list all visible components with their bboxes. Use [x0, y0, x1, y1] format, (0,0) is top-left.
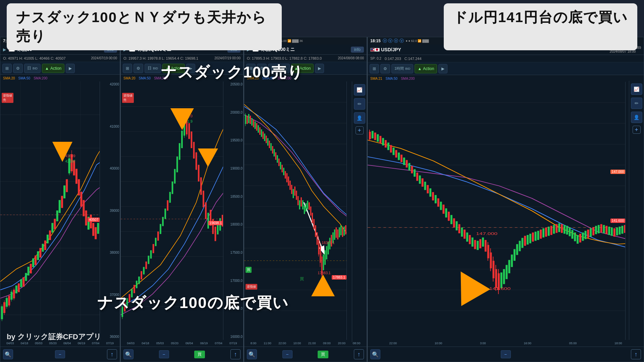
svg-rect-27 — [23, 277, 24, 286]
svg-rect-42 — [59, 200, 60, 213]
bottom-controls-3: 🔍 − 買 ↑ — [244, 347, 367, 362]
share-btn-1[interactable]: ↑ — [107, 349, 117, 359]
add-btn-3[interactable]: + — [356, 126, 364, 134]
svg-rect-308 — [524, 236, 526, 246]
chart-canvas-4[interactable]: 147.000 141.600 154.000 153.000 152.000 … — [368, 82, 644, 340]
svg-rect-153 — [250, 116, 251, 124]
action-btn-2[interactable]: ▲ Action — [162, 64, 185, 73]
svg-rect-325 — [569, 228, 571, 236]
svg-rect-313 — [537, 231, 539, 240]
svg-rect-171 — [278, 159, 280, 166]
svg-rect-33 — [37, 251, 39, 260]
svg-rect-181 — [294, 186, 296, 195]
price-axis-1: 42000 41000 40000 39000 38000 37000 3600… — [100, 81, 120, 340]
price-42000: 42000 — [101, 83, 119, 86]
svg-text:147.000: 147.000 — [476, 232, 497, 236]
zoom-btn-4[interactable]: 🔍 — [370, 349, 380, 359]
svg-rect-54 — [83, 200, 85, 216]
date-2: 2024/07/19 00:00 — [214, 56, 240, 60]
share-btn-2[interactable]: ↑ — [230, 349, 240, 359]
toolbar-1: ⊞ ⚙ 日BID ▲ Action ▶ — [0, 62, 120, 75]
svg-rect-185 — [301, 197, 302, 206]
arrow-btn-3[interactable]: ▶ — [315, 64, 324, 73]
svg-rect-43 — [61, 196, 63, 208]
reverse-label-1: 逆指値売 — [2, 93, 13, 103]
svg-rect-172 — [280, 162, 281, 169]
buy-btn-3[interactable]: 買 — [318, 351, 328, 358]
grid-btn-4[interactable]: ⊞ — [370, 64, 379, 73]
svg-text:17883.1: 17883.1 — [318, 270, 331, 275]
minus-btn-1[interactable]: − — [55, 350, 65, 358]
svg-text:141.600: 141.600 — [489, 287, 511, 291]
timeframe-btn-3[interactable]: 1時間BID — [268, 64, 290, 73]
chart-type-btn-4[interactable]: 📈 — [631, 83, 642, 95]
svg-rect-202 — [323, 254, 324, 270]
timeframe-btn-4[interactable]: 1時間BID — [391, 64, 413, 73]
sma21-4: SMA:21 — [370, 77, 382, 80]
svg-rect-285 — [477, 241, 479, 250]
grid-btn-1[interactable]: ⊞ — [2, 64, 12, 73]
arrow-btn-1[interactable]: ▶ — [66, 64, 75, 73]
zoom-btn-2[interactable]: 🔍 — [123, 349, 133, 359]
svg-rect-342 — [613, 228, 615, 237]
grid-btn-2[interactable]: ⊞ — [123, 64, 132, 73]
share-btn-3[interactable]: ↑ — [354, 349, 364, 359]
svg-text:18378.1: 18378.1 — [322, 241, 335, 245]
timeframe-btn-2[interactable]: 日BID — [145, 64, 161, 73]
chart-canvas-2[interactable]: 20992.0 20871.9 20500.0 20000.0 19500.0 … — [121, 81, 243, 340]
draw-btn-4[interactable]: ✏ — [631, 98, 642, 109]
svg-rect-151 — [247, 116, 248, 124]
minus-btn-4[interactable]: − — [501, 350, 511, 358]
svg-rect-272 — [442, 204, 444, 214]
svg-rect-60 — [97, 223, 99, 234]
svg-rect-278 — [458, 224, 460, 233]
minus-btn-2[interactable]: − — [159, 350, 169, 358]
chart-type-btn-3[interactable]: 📈 — [354, 84, 365, 96]
right-title: ドル円141円台の底で買い — [444, 3, 637, 50]
watermark: by クリック証券CFDアプリ — [7, 332, 101, 342]
sp-4: SP: 0.2 — [370, 57, 381, 60]
zoom-btn-3[interactable]: 🔍 — [247, 349, 257, 359]
svg-rect-335 — [595, 226, 597, 234]
svg-rect-92 — [145, 261, 147, 269]
sma50-3: SMA:50 — [262, 76, 274, 80]
draw-btn-3[interactable]: ✏ — [354, 98, 365, 110]
svg-rect-282 — [469, 235, 471, 244]
buy-btn-2[interactable]: 買 — [194, 351, 205, 358]
svg-rect-304 — [514, 249, 516, 261]
action-btn-1[interactable]: ▲ Action — [42, 64, 64, 73]
arrow-btn-4[interactable]: ▶ — [438, 64, 447, 73]
gear-btn-4[interactable]: ⚙ — [380, 64, 390, 73]
minus-btn-3[interactable]: − — [282, 350, 292, 358]
svg-rect-275 — [450, 215, 452, 224]
chart-canvas-1[interactable]: 41689 42507 42000 41000 40000 39000 3800… — [0, 81, 120, 340]
svg-rect-255 — [398, 153, 400, 160]
svg-rect-338 — [603, 225, 605, 233]
gear-btn-3[interactable]: ⚙ — [257, 64, 267, 73]
svg-rect-34 — [40, 248, 41, 257]
svg-rect-257 — [403, 158, 405, 165]
ohlc-c-4: C:147.244 — [405, 57, 422, 61]
svg-rect-35 — [42, 244, 44, 251]
grid-btn-3[interactable]: ⊞ — [246, 64, 256, 73]
chart-canvas-3[interactable]: 買 18378.1 17883.1 19400.0 19000.0 18800.… — [244, 81, 367, 340]
share-btn-4[interactable]: ↑ — [631, 349, 641, 359]
p2-19000: 19000.0 — [224, 167, 243, 170]
ohlc-3: O: 17895.3 H: 17903.0 L: 17882.8 C: 1788… — [244, 55, 367, 62]
gear-btn-2[interactable]: ⚙ — [133, 64, 143, 73]
price-38000: 38000 — [101, 251, 119, 254]
action-btn-4[interactable]: ▲ Action — [415, 64, 437, 73]
action-btn-3[interactable]: ▲ Action — [291, 64, 314, 73]
current-price-label-1: 40507 — [88, 218, 100, 222]
zoom-btn-1[interactable]: 🔍 — [3, 349, 13, 359]
x-axis-2: 04/0304/1805/0305/2006/0406/1907/0407/19 — [121, 340, 243, 347]
person-btn-3[interactable]: 👤 — [354, 112, 365, 124]
gear-btn-1[interactable]: ⚙ — [13, 64, 23, 73]
arrow-btn-2[interactable]: ▶ — [186, 64, 195, 73]
svg-rect-319 — [553, 225, 555, 234]
svg-rect-85 — [129, 294, 130, 302]
sma-legend-3: SMA:20 SMA:50 SMA:200 — [244, 75, 367, 81]
person-btn-4[interactable]: 👤 — [631, 112, 642, 123]
timeframe-btn-1[interactable]: 日BID — [24, 64, 41, 73]
add-btn-4[interactable]: + — [633, 126, 641, 134]
